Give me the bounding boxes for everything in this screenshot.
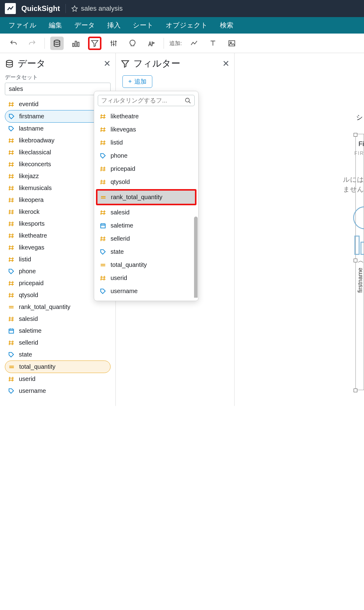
field-label: sellerid: [19, 339, 38, 346]
close-filter-panel[interactable]: ✕: [222, 59, 229, 69]
popup-field-likevegas[interactable]: likevegas: [97, 123, 195, 136]
field-label: listid: [111, 139, 123, 146]
svg-rect-3: [78, 42, 79, 46]
field-label: total_quantity: [111, 261, 147, 268]
titlebar: QuickSight sales analysis: [0, 0, 364, 17]
star-icon[interactable]: [71, 5, 78, 12]
field-saletime[interactable]: saletime: [5, 325, 111, 337]
field-label: username: [111, 288, 138, 295]
menubar: ファイル 編集 データ 挿入 シート オブジェクト 検索: [0, 17, 364, 34]
sheet-tab-cut[interactable]: シ: [355, 108, 364, 127]
popup-field-saletime[interactable]: saletime: [97, 219, 195, 232]
popup-field-rank_total_quantity[interactable]: rank_total_quantity: [96, 189, 196, 205]
popup-field-username[interactable]: username: [97, 285, 195, 298]
scrollbar-thumb[interactable]: [194, 217, 198, 298]
popup-field-liketheatre[interactable]: liketheatre: [97, 110, 195, 123]
popup-field-sellerid[interactable]: sellerid: [97, 232, 195, 245]
svg-rect-9: [9, 329, 14, 333]
field-total_quantity[interactable]: total_quantity: [5, 361, 111, 373]
undo-button[interactable]: [7, 37, 20, 50]
popup-field-total_quantity[interactable]: total_quantity: [97, 258, 195, 271]
hash-icon: [100, 235, 106, 242]
calc-icon: [8, 364, 15, 370]
parameters-button[interactable]: [107, 37, 120, 50]
hash-icon: [8, 149, 15, 156]
field-label: phone: [111, 152, 128, 159]
field-userid[interactable]: userid: [5, 373, 111, 385]
svg-point-0: [54, 40, 60, 42]
add-text-icon[interactable]: [206, 37, 220, 50]
tag-icon: [8, 113, 15, 120]
field-filter-popup: liketheatrelikevegaslistidphonepricepaid…: [94, 91, 199, 301]
data-panel-button[interactable]: [50, 37, 64, 50]
svg-rect-1: [73, 43, 74, 47]
svg-point-18: [186, 98, 189, 102]
analysis-name-text: sales analysis: [81, 5, 123, 13]
resize-handle[interactable]: [354, 259, 357, 262]
add-image-icon[interactable]: [225, 37, 239, 50]
resize-handle[interactable]: [354, 133, 357, 137]
menu-insert[interactable]: 挿入: [107, 21, 121, 30]
toolbar: 追加:: [0, 34, 364, 53]
add-filter-button[interactable]: + 追加: [122, 75, 152, 88]
hash-icon: [8, 197, 15, 203]
field-sellerid[interactable]: sellerid: [5, 337, 111, 349]
popup-field-pricepaid[interactable]: pricepaid: [97, 162, 195, 175]
field-label: likeclassical: [19, 149, 51, 156]
popup-field-phone[interactable]: phone: [97, 149, 195, 162]
field-salesid[interactable]: salesid: [5, 313, 111, 325]
hash-icon: [8, 316, 15, 322]
hash-icon: [100, 275, 106, 282]
popup-search-input[interactable]: [101, 97, 185, 104]
menu-object[interactable]: オブジェクト: [166, 21, 208, 30]
filter-panel-button[interactable]: [88, 37, 101, 50]
hash-icon: [100, 179, 106, 185]
visualize-button[interactable]: [69, 37, 83, 50]
redo-button[interactable]: [26, 37, 39, 50]
field-label: qtysold: [111, 178, 130, 185]
hash-icon: [100, 209, 106, 216]
svg-rect-22: [101, 224, 105, 228]
svg-rect-17: [361, 242, 364, 254]
popup-field-salesid[interactable]: salesid: [97, 206, 195, 219]
themes-button[interactable]: [145, 37, 158, 50]
field-label: state: [111, 248, 124, 255]
field-username[interactable]: username: [5, 385, 111, 397]
field-label: pricepaid: [19, 280, 44, 287]
field-label: likeopera: [19, 196, 44, 203]
field-label: eventid: [19, 101, 39, 108]
close-data-panel[interactable]: ✕: [104, 59, 111, 69]
field-label: firstname: [19, 113, 44, 120]
svg-rect-4: [229, 41, 235, 46]
field-rank_total_quantity[interactable]: rank_total_quantity: [5, 301, 111, 313]
popup-list[interactable]: liketheatrelikevegaslistidphonepricepaid…: [94, 110, 198, 298]
popup-field-userid[interactable]: userid: [97, 271, 195, 285]
field-label: state: [19, 351, 32, 358]
menu-sheet[interactable]: シート: [133, 21, 154, 30]
menu-data[interactable]: データ: [74, 21, 95, 30]
insights-button[interactable]: [126, 37, 139, 50]
popup-field-listid[interactable]: listid: [97, 136, 195, 149]
field-label: saletime: [19, 327, 41, 334]
filter-panel-title: フィルター: [121, 57, 180, 70]
field-label: sellerid: [111, 235, 130, 242]
calc-icon: [100, 194, 107, 201]
field-label: phone: [19, 268, 36, 275]
analysis-title[interactable]: sales analysis: [71, 5, 123, 13]
hash-icon: [100, 126, 106, 133]
separator: [164, 38, 164, 49]
resize-handle[interactable]: [354, 389, 357, 392]
popup-field-state[interactable]: state: [97, 245, 195, 258]
add-line-chart-icon[interactable]: [187, 37, 201, 50]
svg-rect-16: [355, 236, 359, 254]
popup-field-qtysold[interactable]: qtysold: [97, 175, 195, 188]
tag-icon: [100, 288, 106, 295]
menu-file[interactable]: ファイル: [9, 21, 37, 30]
popup-search[interactable]: [98, 95, 195, 106]
hash-icon: [8, 221, 15, 227]
field-state[interactable]: state: [5, 349, 111, 361]
hash-icon: [8, 137, 15, 144]
menu-edit[interactable]: 編集: [49, 21, 62, 30]
menu-search[interactable]: 検索: [220, 21, 233, 30]
field-label: total_quantity: [19, 363, 55, 370]
